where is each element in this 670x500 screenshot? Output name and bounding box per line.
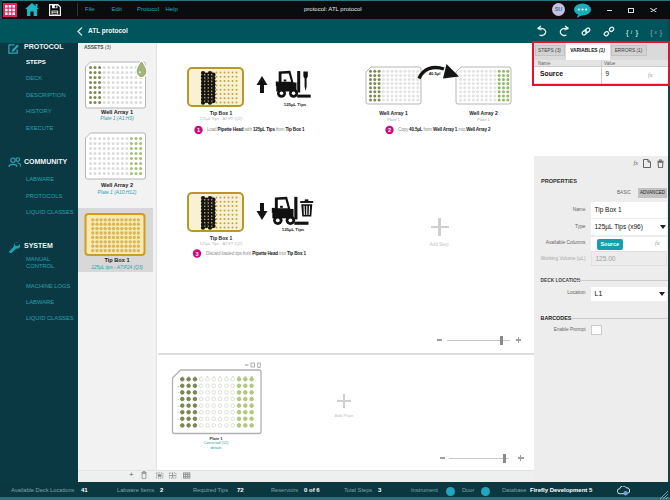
svg-text:{: { bbox=[650, 28, 653, 37]
svg-text:}: } bbox=[660, 28, 663, 37]
svg-text:2: 2 bbox=[388, 127, 391, 133]
svg-text:G: G bbox=[177, 418, 179, 421]
svg-text:}: } bbox=[636, 28, 639, 37]
svg-text:H: H bbox=[177, 424, 179, 427]
svg-text:1: 1 bbox=[197, 127, 200, 133]
svg-text:x: x bbox=[653, 29, 657, 35]
svg-text:3: 3 bbox=[195, 251, 198, 257]
svg-text:40.5µl: 40.5µl bbox=[429, 71, 441, 76]
svg-text:{: { bbox=[626, 28, 629, 37]
svg-text:D: D bbox=[177, 398, 179, 401]
svg-text:i: i bbox=[631, 29, 633, 35]
svg-text:C: C bbox=[177, 391, 179, 394]
